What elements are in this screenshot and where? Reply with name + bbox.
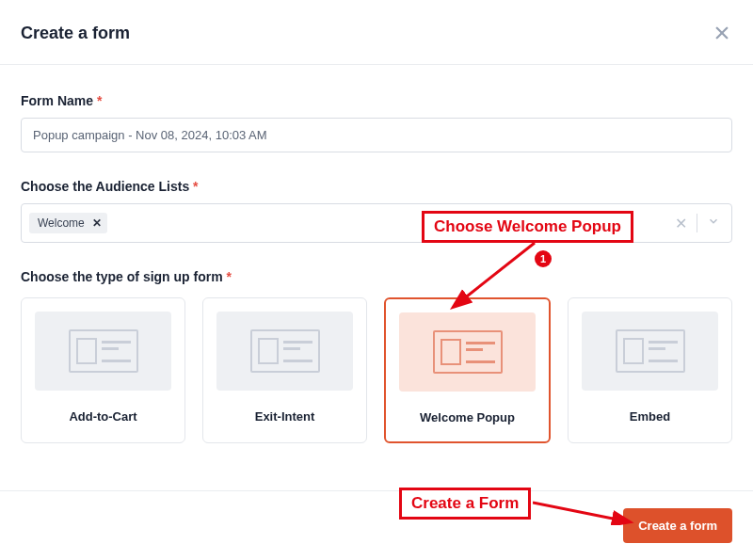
required-asterisk: * [193, 179, 198, 194]
card-welcome-popup[interactable]: Welcome Popup [384, 297, 551, 443]
dropdown-toggle[interactable] [707, 215, 720, 232]
card-exit-intent[interactable]: Exit-Intent [202, 297, 367, 443]
card-add-to-cart[interactable]: Add-to-Cart [21, 297, 185, 443]
create-form-button[interactable]: Create a form [623, 508, 732, 543]
create-form-modal: Create a form Form Name * Choose the Aud… [0, 0, 753, 560]
form-type-label: Choose the type of sign up form * [21, 269, 732, 284]
modal-title: Create a form [21, 24, 130, 43]
close-button[interactable] [712, 23, 732, 43]
form-type-label-text: Choose the type of sign up form [21, 269, 223, 284]
card-label: Add-to-Cart [69, 409, 136, 424]
annotation-badge-1: 1 [535, 250, 552, 267]
clear-all-icon[interactable]: ✕ [675, 215, 687, 232]
remove-tag-icon[interactable]: ✕ [92, 216, 102, 230]
audience-tag-label: Welcome [38, 216, 85, 230]
audience-lists-label-text: Choose the Audience Lists [21, 179, 189, 194]
form-type-cards: Add-to-Cart Exit-Intent [21, 297, 732, 443]
annotation-choose-popup: Choose Welcome Popup [422, 211, 633, 243]
multiselect-controls: ✕ [675, 214, 724, 232]
form-type-field: Choose the type of sign up form * Add-to… [21, 269, 732, 443]
required-asterisk: * [227, 269, 232, 284]
annotation-create-form: Create a Form [399, 488, 531, 520]
form-name-input[interactable] [21, 118, 732, 152]
card-label: Exit-Intent [255, 409, 315, 424]
form-name-field: Form Name * [21, 93, 732, 152]
form-name-label: Form Name * [21, 93, 732, 108]
close-icon [713, 24, 730, 41]
card-preview [35, 312, 171, 391]
card-preview [582, 312, 718, 391]
audience-tag: Welcome ✕ [29, 213, 107, 233]
modal-body: Form Name * Choose the Audience Lists * … [0, 65, 753, 462]
card-label: Embed [630, 409, 670, 424]
preview-thumbnail-icon [433, 330, 503, 374]
card-preview [216, 312, 353, 391]
card-label: Welcome Popup [420, 410, 515, 424]
preview-thumbnail-icon [69, 329, 138, 373]
preview-thumbnail-icon [250, 329, 320, 373]
chevron-down-icon [707, 215, 720, 228]
separator [697, 214, 697, 232]
card-preview [399, 312, 536, 392]
form-name-label-text: Form Name [21, 93, 93, 108]
required-asterisk: * [97, 93, 102, 108]
modal-footer: Create a form [0, 490, 753, 560]
modal-header: Create a form [0, 0, 753, 65]
card-embed[interactable]: Embed [568, 297, 732, 443]
audience-lists-label: Choose the Audience Lists * [21, 179, 732, 194]
preview-thumbnail-icon [616, 329, 685, 373]
